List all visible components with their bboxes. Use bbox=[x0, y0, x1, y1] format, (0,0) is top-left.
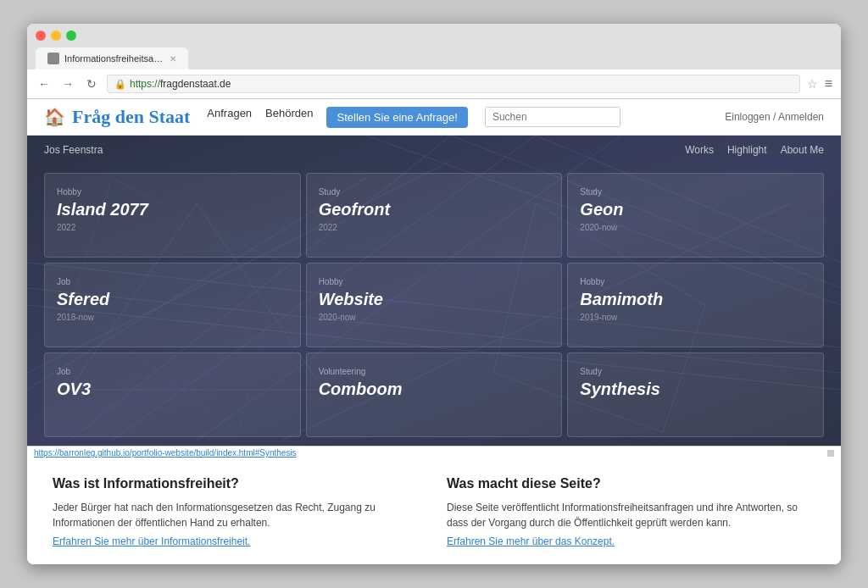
logo-icon: 🏠 bbox=[44, 107, 65, 127]
card-geon-category: Study bbox=[580, 187, 811, 197]
card-geon-title: Geon bbox=[580, 200, 811, 219]
card-comboom-category: Volunteering bbox=[319, 367, 550, 376]
bookmark-icon[interactable]: ☆ bbox=[807, 77, 818, 91]
info-left: Was ist Informationsfreiheit? Jeder Bürg… bbox=[53, 476, 421, 547]
card-bamimoth-title: Bamimoth bbox=[580, 290, 811, 309]
tab-favicon bbox=[47, 53, 59, 64]
site-logo[interactable]: 🏠 Fråg den Staat bbox=[44, 106, 190, 128]
logo-text: Fråg den Staat bbox=[72, 106, 190, 128]
info-right-body: Diese Seite veröffentlicht Informationsf… bbox=[447, 500, 815, 530]
portfolio-section: Jos Feenstra Works Highlight About Me Ho… bbox=[27, 136, 841, 446]
nav-cta-button[interactable]: Stellen Sie eine Anfrage! bbox=[326, 107, 467, 128]
address-bar: ← → ↻ 🔒 https://fragdenstaat.de ☆ ≡ bbox=[27, 69, 841, 99]
status-url: https://barronleg.github.io/portfolio-we… bbox=[34, 448, 297, 458]
nav-anfragen[interactable]: Anfragen bbox=[207, 107, 252, 128]
back-button[interactable]: ← bbox=[36, 75, 53, 92]
browser-tab[interactable]: Informationsfreiheitsanfra... ✕ bbox=[36, 47, 188, 69]
card-bamimoth-year: 2019-now bbox=[580, 313, 811, 322]
login-link[interactable]: Einloggen / Anmelden bbox=[725, 111, 824, 123]
info-left-body: Jeder Bürger hat nach den Informationsge… bbox=[53, 500, 421, 530]
minimize-button[interactable] bbox=[51, 31, 61, 41]
info-left-heading: Was ist Informationsfreiheit? bbox=[53, 476, 421, 491]
tab-bar: Informationsfreiheitsanfra... ✕ bbox=[36, 47, 832, 69]
card-sfered-year: 2018-now bbox=[57, 313, 288, 322]
nav-highlight[interactable]: Highlight bbox=[727, 144, 767, 156]
portfolio-nav: Jos Feenstra Works Highlight About Me bbox=[27, 136, 841, 164]
portfolio-author: Jos Feenstra bbox=[44, 144, 103, 156]
site-nav: Anfragen Behörden Stellen Sie eine Anfra… bbox=[207, 107, 468, 128]
card-island-title: Island 2077 bbox=[57, 200, 288, 219]
url-bar[interactable]: 🔒 https://fragdenstaat.de bbox=[107, 75, 800, 93]
page-content: 🏠 Fråg den Staat Anfragen Behörden Stell… bbox=[27, 99, 841, 564]
card-synthesis-category: Study bbox=[580, 367, 811, 376]
card-ov3-category: Job bbox=[57, 367, 288, 376]
card-geon-year: 2020-now bbox=[580, 223, 811, 232]
card-island-category: Hobby bbox=[57, 187, 288, 197]
card-ov3[interactable]: Job OV3 bbox=[44, 352, 301, 437]
card-sfered[interactable]: Job Sfered 2018-now bbox=[44, 263, 301, 347]
status-bar: https://barronleg.github.io/portfolio-we… bbox=[27, 446, 841, 459]
maximize-button[interactable] bbox=[66, 31, 76, 41]
site-header: 🏠 Fråg den Staat Anfragen Behörden Stell… bbox=[27, 99, 841, 136]
forward-button[interactable]: → bbox=[59, 75, 76, 92]
browser-chrome: Informationsfreiheitsanfra... ✕ bbox=[27, 24, 841, 69]
browser-window: Informationsfreiheitsanfra... ✕ ← → ↻ 🔒 … bbox=[27, 24, 841, 564]
nav-behoerden[interactable]: Behörden bbox=[265, 107, 313, 128]
lock-icon: 🔒 bbox=[114, 79, 126, 90]
card-comboom-title: Comboom bbox=[319, 380, 550, 399]
card-geofront[interactable]: Study Geofront 2022 bbox=[306, 173, 563, 258]
card-sfered-category: Job bbox=[57, 277, 288, 286]
tab-title: Informationsfreiheitsanfra... bbox=[64, 53, 164, 64]
browser-menu-icon[interactable]: ≡ bbox=[825, 76, 832, 92]
card-synthesis-title: Synthesis bbox=[580, 380, 811, 399]
card-synthesis[interactable]: Study Synthesis bbox=[567, 352, 824, 437]
card-geofront-title: Geofront bbox=[319, 200, 550, 219]
nav-about-me[interactable]: About Me bbox=[781, 144, 824, 156]
card-island-year: 2022 bbox=[57, 223, 288, 232]
traffic-lights bbox=[36, 31, 832, 41]
url-text: https://fragdenstaat.de bbox=[130, 78, 231, 90]
info-right: Was macht diese Seite? Diese Seite veröf… bbox=[447, 476, 815, 547]
card-geofront-category: Study bbox=[319, 187, 550, 197]
card-bamimoth[interactable]: Hobby Bamimoth 2019-now bbox=[567, 263, 824, 347]
card-geofront-year: 2022 bbox=[319, 223, 550, 232]
card-ov3-title: OV3 bbox=[57, 380, 288, 399]
tab-close-button[interactable]: ✕ bbox=[170, 54, 176, 64]
card-bamimoth-category: Hobby bbox=[580, 277, 811, 286]
nav-works[interactable]: Works bbox=[685, 144, 714, 156]
portfolio-grid: Hobby Island 2077 2022 Study Geofront 20… bbox=[27, 164, 841, 446]
close-button[interactable] bbox=[36, 31, 46, 41]
card-website-title: Website bbox=[319, 290, 550, 309]
portfolio-nav-links: Works Highlight About Me bbox=[685, 144, 824, 156]
url-protocol: https:// bbox=[130, 78, 160, 90]
info-right-link[interactable]: Erfahren Sie mehr über das Konzept. bbox=[447, 535, 615, 547]
info-right-heading: Was macht diese Seite? bbox=[447, 476, 815, 491]
card-island[interactable]: Hobby Island 2077 2022 bbox=[44, 173, 301, 258]
refresh-button[interactable]: ↻ bbox=[83, 75, 100, 92]
info-left-link[interactable]: Erfahren Sie mehr über Informationsfreih… bbox=[53, 535, 250, 547]
card-sfered-title: Sfered bbox=[57, 290, 288, 309]
card-geon[interactable]: Study Geon 2020-now bbox=[567, 173, 824, 258]
search-input[interactable] bbox=[485, 107, 620, 127]
card-website-year: 2020-now bbox=[319, 313, 550, 322]
scroll-indicator bbox=[827, 450, 834, 457]
card-comboom[interactable]: Volunteering Comboom bbox=[306, 352, 563, 437]
card-website[interactable]: Hobby Website 2020-now bbox=[306, 263, 563, 347]
info-section: Was ist Informationsfreiheit? Jeder Bürg… bbox=[27, 459, 841, 564]
url-domain: fragdenstaat.de bbox=[160, 78, 231, 90]
card-website-category: Hobby bbox=[319, 277, 550, 286]
